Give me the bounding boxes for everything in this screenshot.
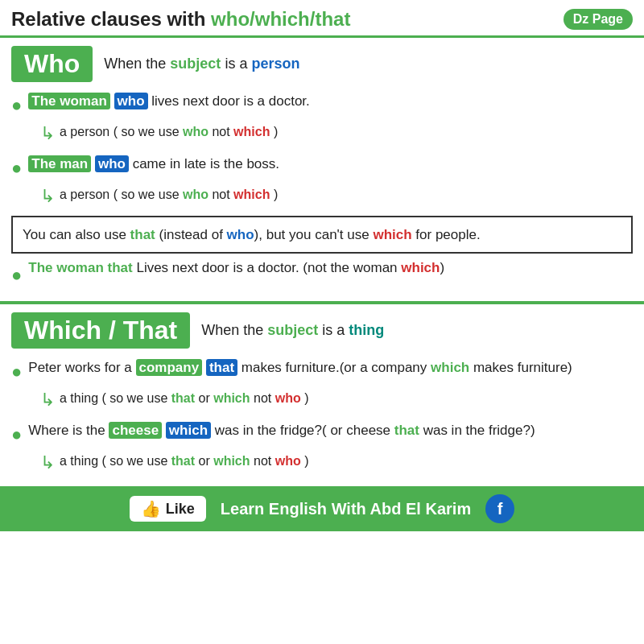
title-plain: Relative clauses with — [11, 8, 211, 30]
who-arrow-2-text: a person ( so we use who not which ) — [60, 184, 278, 205]
who-subtitle: When the subject is a person — [104, 56, 299, 72]
which-label: Which / That — [11, 312, 190, 349]
which-subtitle: When the subject is a thing — [201, 322, 384, 339]
which-example-1-text: Peter works for a company that makes fur… — [28, 357, 572, 378]
who-label: Who — [11, 46, 93, 82]
arrow-icon-4: ↳ — [40, 451, 55, 476]
which-arrow-1: ↳ a thing ( so we use that or which not … — [40, 388, 633, 413]
thumbs-up-icon: 👍 — [141, 499, 161, 518]
dz-badge: Dz Page — [564, 9, 633, 30]
which-arrow-2-text: a thing ( so we use that or which not wh… — [60, 451, 308, 472]
bullet-dot-4: ● — [11, 358, 22, 385]
who-green-sentence: ● The woman that Lives next door is a do… — [11, 260, 633, 288]
which-example-2: ● Where is the cheese which was in the f… — [11, 419, 633, 448]
bullet-dot-2: ● — [11, 155, 22, 181]
who-arrow-1: ↳ a person ( so we use who not which ) — [40, 122, 633, 147]
facebook-icon[interactable]: f — [485, 494, 514, 523]
which-example-1: ● Peter works for a company that makes f… — [11, 357, 633, 385]
which-section: Which / That When the subject is a thing… — [0, 304, 644, 487]
bullet-dot-1: ● — [11, 92, 22, 118]
footer: 👍 Like Learn English With Abd El Karim f — [0, 486, 644, 531]
who-example-1: ● The woman who lives next door is a doc… — [11, 90, 633, 118]
which-label-row: Which / That When the subject is a thing — [11, 312, 633, 349]
title-colored: who/which/that — [211, 8, 350, 30]
who-note-box: You can also use that (instead of who), … — [11, 216, 633, 254]
who-example-2-text: The man who came in late is the boss. — [28, 153, 279, 175]
like-button[interactable]: 👍 Like — [130, 496, 206, 522]
who-section: Who When the subject is a person ● The w… — [0, 38, 644, 304]
page-title: Relative clauses with who/which/that — [11, 8, 350, 31]
footer-brand: Learn English With Abd El Karim — [221, 500, 471, 518]
who-arrow-2: ↳ a person ( so we use who not which ) — [40, 184, 633, 209]
bullet-dot-5: ● — [11, 421, 22, 448]
which-arrow-2: ↳ a thing ( so we use that or which not … — [40, 451, 633, 476]
which-arrow-1-text: a thing ( so we use that or which not wh… — [60, 388, 308, 409]
arrow-icon-1: ↳ — [40, 122, 55, 147]
arrow-icon-3: ↳ — [40, 388, 55, 413]
who-green-sentence-text: The woman that Lives next door is a doct… — [28, 260, 444, 276]
like-label: Like — [166, 501, 195, 518]
arrow-icon-2: ↳ — [40, 184, 55, 209]
who-example-1-text: The woman who lives next door is a docto… — [28, 90, 310, 112]
who-label-row: Who When the subject is a person — [11, 46, 633, 82]
page-header: Relative clauses with who/which/that Dz … — [0, 0, 644, 38]
which-example-2-text: Where is the cheese which was in the fri… — [28, 419, 535, 441]
who-arrow-1-text: a person ( so we use who not which ) — [60, 122, 278, 142]
who-example-2: ● The man who came in late is the boss. — [11, 153, 633, 181]
bullet-dot-3: ● — [11, 262, 22, 288]
